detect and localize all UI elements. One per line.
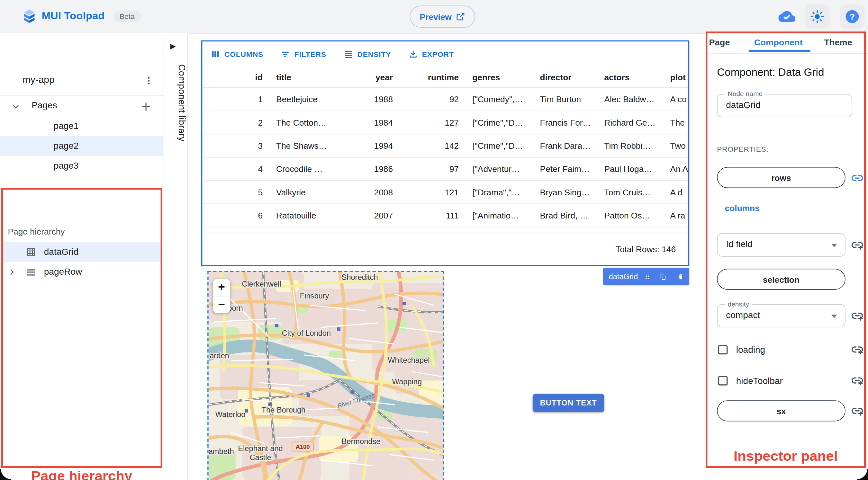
chevron-down-icon[interactable]	[11, 102, 20, 111]
cell: ["Drama","…	[465, 187, 533, 197]
light-mode-icon	[810, 9, 825, 24]
datagrid-footer: Total Rows: 146	[202, 233, 688, 265]
sidebar-item-page1[interactable]: page1	[0, 116, 163, 136]
rows-binding-link-icon[interactable]	[851, 172, 864, 184]
app-menu-button[interactable]	[138, 71, 159, 91]
tab-theme[interactable]: Theme	[824, 38, 852, 47]
expand-library-icon[interactable]: ▶	[170, 42, 176, 51]
map-label-the-borough: The Borough	[262, 406, 306, 414]
pages-section-label[interactable]: Pages	[31, 101, 57, 110]
id-field-select[interactable]: Id field	[717, 233, 845, 256]
pagerow-icon	[26, 267, 36, 277]
cell: 4	[202, 164, 270, 173]
cell: ["Adventur…	[465, 164, 533, 173]
cell: Crocodile …	[270, 164, 343, 173]
density-label: density	[725, 300, 752, 308]
add-page-icon[interactable]	[140, 101, 152, 113]
cell: 2008	[343, 187, 400, 197]
column-header-actors[interactable]: actors	[597, 72, 663, 82]
drag-handle-icon[interactable]	[644, 273, 650, 281]
active-tab-indicator	[748, 50, 810, 52]
map-component[interactable]: A100 Shoreditch Clerkenwell Finsbury bor…	[207, 271, 444, 480]
cell: A co	[663, 94, 688, 104]
map-label-city-of-london: City of London	[282, 329, 331, 338]
sx-add-binding-icon[interactable]	[851, 405, 864, 417]
cell: Alec Baldw…	[597, 94, 663, 104]
filters-icon	[280, 49, 290, 59]
cell: Valkyrie	[270, 187, 343, 197]
kebab-menu-icon	[144, 76, 154, 86]
sidebar: my-app Pages page1 page2 page3 Page hier…	[0, 33, 164, 480]
density-add-binding-icon[interactable]	[851, 310, 864, 322]
table-row: 2The Cotton…1984127["Crime","D…Francis F…	[202, 111, 688, 134]
map-label-shoreditch: Shoreditch	[341, 273, 378, 282]
column-header-director[interactable]: director	[533, 72, 598, 82]
column-header-runtime[interactable]: runtime	[400, 72, 465, 82]
chevron-right-icon[interactable]	[8, 268, 16, 276]
divider	[706, 133, 868, 133]
sidebar-item-page3[interactable]: page3	[0, 156, 163, 176]
column-header-title[interactable]: title	[270, 72, 343, 82]
help-button[interactable]: ?	[840, 4, 865, 29]
rows-property-button[interactable]: rows	[717, 167, 845, 188]
hidetoolbar-checkbox[interactable]	[718, 376, 728, 385]
cell: A ra	[663, 211, 688, 220]
cell: 5	[202, 187, 270, 197]
tab-page[interactable]: Page	[709, 38, 730, 47]
selection-property-button[interactable]: selection	[717, 269, 845, 290]
datagrid-component[interactable]: COLUMNS FILTERS DENSITY EXPORT	[201, 40, 689, 266]
cell: 92	[400, 94, 465, 104]
sync-status-button[interactable]	[774, 4, 799, 29]
sx-property-button[interactable]: sx	[717, 400, 845, 421]
app-name: my-app	[23, 74, 54, 86]
app-title: MUI Toolpad	[42, 10, 105, 22]
cell: ["Crime","D…	[465, 141, 533, 150]
column-header-genres[interactable]: genres	[465, 72, 533, 82]
canvas-button-component[interactable]: BUTTON TEXT	[533, 393, 604, 412]
hierarchy-item-label: dataGrid	[44, 247, 79, 257]
columns-icon	[210, 49, 220, 59]
cell: The Shaws…	[270, 141, 343, 150]
zoom-in-button[interactable]: +	[213, 279, 230, 295]
id-field-add-binding-icon[interactable]	[851, 239, 864, 251]
columns-button[interactable]: COLUMNS	[210, 49, 263, 59]
properties-label: PROPERTIES:	[717, 145, 769, 153]
external-link-icon	[456, 12, 465, 21]
page-hierarchy-title: Page hierarchy	[8, 227, 65, 236]
columns-property-link[interactable]: columns	[725, 203, 760, 213]
column-header-plot[interactable]: plot	[663, 72, 688, 82]
density-select[interactable]: density compact	[717, 304, 845, 327]
density-button[interactable]: DENSITY	[343, 49, 391, 59]
cell: An A	[663, 164, 688, 173]
export-button[interactable]: EXPORT	[408, 49, 454, 59]
map-label-finsbury: Finsbury	[300, 292, 329, 300]
table-row: 3The Shaws…1994142["Crime","D…Frank Dara…	[202, 134, 688, 157]
zoom-out-button[interactable]: −	[213, 296, 230, 313]
divider	[0, 95, 163, 96]
hidetoolbar-add-binding-icon[interactable]	[851, 374, 864, 386]
selected-node-hud[interactable]: dataGrid	[603, 268, 689, 285]
hierarchy-item-pagerow[interactable]: pageRow	[1, 262, 162, 282]
table-row: 1Beetlejuice198892["Comedy",…Tim BurtonA…	[202, 88, 688, 111]
component-library-label[interactable]: Component library	[163, 64, 187, 142]
cell: 1984	[343, 118, 400, 127]
cell: Bryan Sing…	[533, 187, 598, 197]
loading-checkbox[interactable]	[718, 345, 728, 354]
sidebar-item-page2[interactable]: page2	[0, 136, 163, 156]
tab-component[interactable]: Component	[754, 38, 803, 47]
cell: The Cotton…	[270, 118, 343, 127]
loading-add-binding-icon[interactable]	[851, 344, 864, 356]
theme-toggle-button[interactable]	[805, 4, 830, 29]
column-header-year[interactable]: year	[343, 72, 400, 82]
cloud-check-icon	[778, 8, 795, 25]
delete-icon[interactable]	[677, 272, 684, 281]
duplicate-icon[interactable]	[660, 272, 666, 281]
toolpad-logo-icon	[22, 9, 37, 24]
cell: 3	[202, 141, 270, 150]
hierarchy-item-datagrid[interactable]: dataGrid	[1, 242, 162, 262]
filters-button[interactable]: FILTERS	[280, 49, 326, 59]
node-name-field[interactable]: Node name dataGrid	[717, 94, 852, 117]
column-header-id[interactable]: id	[202, 72, 270, 82]
preview-button[interactable]: Preview	[410, 5, 475, 28]
datagrid-empty-strip	[202, 227, 688, 233]
